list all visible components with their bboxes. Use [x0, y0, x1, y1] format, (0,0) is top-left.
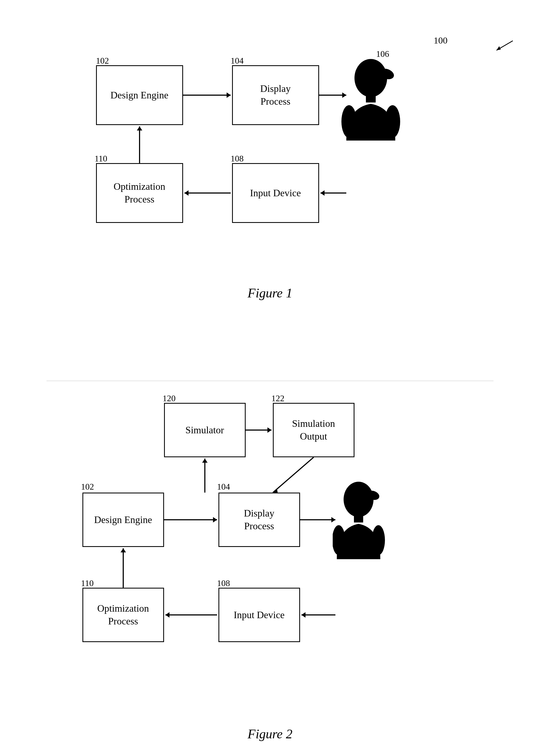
display-process-box-f2: DisplayProcess: [218, 492, 300, 547]
input-device-box-f2: Input Device: [218, 588, 300, 642]
svg-marker-29: [165, 612, 170, 618]
figure2-container: 120 122 102 104 110 108 Simulator Simula…: [22, 392, 518, 756]
input-device-box-f1: Input Device: [232, 163, 319, 223]
person-silhouette-f2: [333, 482, 387, 575]
callout-104-f2: 104: [217, 482, 230, 492]
callout-108-f1: 108: [231, 154, 244, 163]
callout-122-f2: 122: [271, 393, 285, 403]
svg-point-12: [354, 59, 387, 97]
svg-marker-31: [301, 612, 306, 618]
callout-106-f1: 106: [376, 49, 436, 59]
design-engine-box-f1: Design Engine: [96, 65, 183, 125]
svg-line-20: [273, 457, 314, 492]
callout-108-f2: 108: [217, 578, 230, 588]
svg-rect-37: [354, 515, 363, 522]
person-silhouette-f1: 106: [341, 49, 401, 158]
svg-point-34: [343, 482, 373, 517]
callout-110-f1: 110: [95, 154, 107, 163]
page: 100: [0, 0, 540, 756]
svg-marker-23: [213, 517, 217, 522]
svg-point-16: [341, 105, 357, 138]
svg-rect-36: [370, 494, 378, 497]
figure1-diagram: 102 104 110 108 Design Engine DisplayPro…: [80, 33, 461, 277]
svg-marker-3: [227, 92, 231, 98]
svg-marker-9: [321, 190, 325, 196]
svg-marker-25: [202, 459, 207, 463]
figure2-arrows: [66, 392, 474, 718]
callout-102-f1: 102: [96, 56, 109, 66]
svg-marker-33: [120, 548, 126, 552]
optimization-process-box-f1: OptimizationProcess: [96, 163, 183, 223]
figure2-diagram: 120 122 102 104 110 108 Simulator Simula…: [66, 392, 474, 718]
display-process-box-f1: DisplayProcess: [232, 65, 319, 125]
callout-104-f1: 104: [231, 56, 244, 66]
optimization-process-box-f2: OptimizationProcess: [82, 588, 164, 642]
design-engine-box-f2: Design Engine: [82, 492, 164, 547]
svg-marker-19: [267, 427, 271, 433]
figure1-container: 100: [22, 33, 518, 359]
svg-marker-11: [137, 126, 142, 131]
section-divider: [47, 380, 493, 381]
person-svg-f1: [341, 59, 401, 157]
person-svg-f2: [333, 482, 387, 574]
callout-120-f2: 120: [163, 393, 176, 403]
svg-rect-15: [366, 94, 376, 102]
svg-point-17: [385, 105, 400, 138]
svg-marker-7: [185, 190, 189, 196]
figure2-caption: Figure 2: [22, 726, 518, 741]
svg-rect-14: [383, 72, 393, 76]
svg-marker-1: [496, 46, 501, 50]
simulator-box-f2: Simulator: [164, 403, 246, 457]
callout-102-f2: 102: [81, 482, 94, 492]
svg-point-38: [333, 525, 345, 555]
svg-point-39: [372, 525, 385, 555]
simulation-output-box-f2: SimulationOutput: [273, 403, 354, 457]
figure1-caption: Figure 1: [22, 285, 518, 300]
callout-110-f2: 110: [81, 578, 94, 588]
